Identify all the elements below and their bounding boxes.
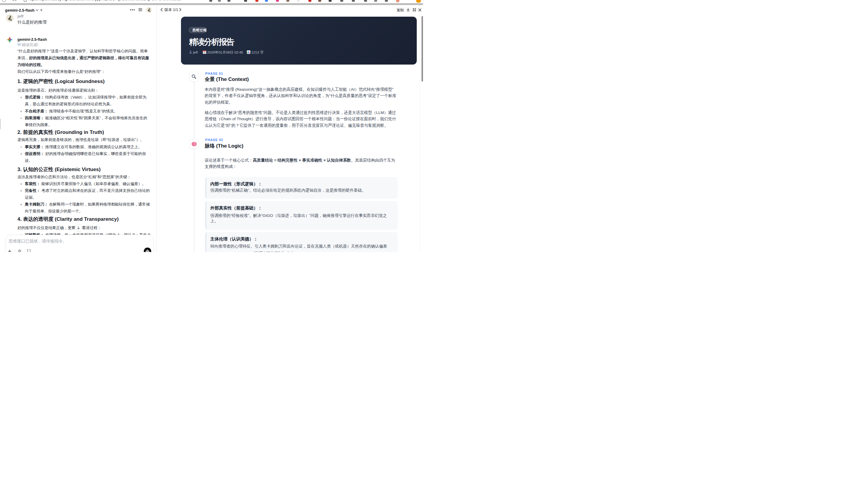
svg-text:17: 17: [204, 52, 206, 54]
